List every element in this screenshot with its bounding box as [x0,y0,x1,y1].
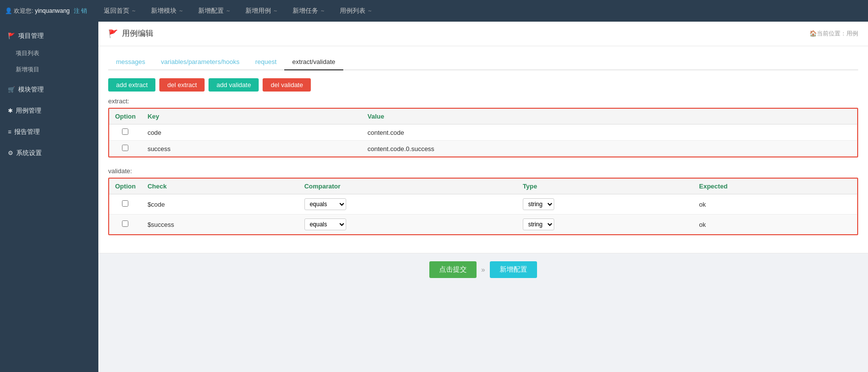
arrow-separator: » [481,266,485,274]
validate-row1-check: $code [142,194,299,215]
action-buttons: add extract del extract add validate del… [108,78,858,92]
sidebar-group-report: ≡ 报告管理 [0,123,98,141]
add-validate-button[interactable]: add validate [209,78,259,92]
sidebar-group-settings: ⚙ 系统设置 [0,144,98,162]
sidebar: 🚩 项目管理 项目列表 新增项目 🛒 模块管理 ✱ 用例管理 ≡ 报告管理 [0,22,98,372]
list-icon: ≡ [8,128,11,135]
page-flag-icon: 🚩 [108,29,118,38]
validate-row1-expected: ok [693,194,857,215]
sidebar-group-project: 🚩 项目管理 项目列表 新增项目 [0,27,98,78]
sidebar-group-label: 用例管理 [16,106,41,115]
table-row: $success equals contains startswith [109,215,857,235]
validate-row2-check: $success [142,215,299,235]
sidebar-group-label: 项目管理 [18,31,44,40]
sidebar-item-project-management[interactable]: 🚩 项目管理 [0,27,98,45]
validate-row2-comparator-select[interactable]: equals contains startswith [304,218,346,230]
chevron-icon: ～ [367,7,372,14]
tab-request[interactable]: request [247,54,284,70]
sidebar-item-system-settings[interactable]: ⚙ 系统设置 [0,144,98,162]
extract-row2-checkbox-cell [109,141,142,157]
extract-row1-key: code [142,124,361,141]
validate-row2-comparator-cell: equals contains startswith [299,215,517,235]
validate-row1-checkbox-cell [109,194,142,215]
extract-col-value: Value [361,109,857,124]
extract-table: Option Key Value code conte [109,109,857,156]
validate-section-label: validate: [108,167,858,175]
validate-table-container: Option Check Comparator Type Expected [108,178,858,235]
sidebar-item-report-management[interactable]: ≡ 报告管理 [0,123,98,141]
nav-add-module[interactable]: 新增模块 ～ [144,3,190,18]
sidebar-group-label: 报告管理 [14,127,40,136]
extract-row1-checkbox[interactable] [122,128,128,135]
submit-button[interactable]: 点击提交 [429,261,477,278]
sidebar-item-case-management[interactable]: ✱ 用例管理 [0,101,98,120]
bottom-bar: 点击提交 » 新增配置 [98,253,868,286]
validate-table: Option Check Comparator Type Expected [109,179,857,234]
sidebar-item-project-list[interactable]: 项目列表 [0,45,98,62]
nav-add-case[interactable]: 新增用例 ～ [239,3,285,18]
validate-row1-comparator-select[interactable]: equals contains startswith [304,198,346,210]
sidebar-group-module: 🛒 模块管理 [0,80,98,99]
nav-add-config[interactable]: 新增配置 ～ [191,3,238,18]
extract-section-label: extract: [108,97,858,105]
validate-row2-type-select[interactable]: string int float [523,218,554,230]
del-validate-button[interactable]: del validate [263,78,311,92]
extract-table-container: Option Key Value code conte [108,108,858,157]
extract-col-key: Key [142,109,361,124]
gear-icon: ⚙ [8,150,13,156]
chevron-icon: ～ [273,7,278,14]
tab-messages[interactable]: messages [108,54,153,70]
nav-add-task[interactable]: 新增任务 ～ [286,3,332,18]
tab-variables[interactable]: variables/parameters/hooks [153,54,247,70]
extract-row1-value: content.code [361,124,857,141]
flag-icon: 🚩 [8,32,15,39]
chevron-icon: ～ [226,7,231,14]
page-title-text: 用例编辑 [122,29,153,39]
tab-bar: messages variables/parameters/hooks requ… [108,54,858,70]
del-extract-button[interactable]: del extract [159,78,205,92]
logout-button[interactable]: 注 销 [74,7,87,15]
top-nav: 返回首页 ～ 新增模块 ～ 新增配置 ～ 新增用例 ～ 新增任务 ～ 用例列表 … [97,3,379,18]
star-icon: ✱ [8,107,13,114]
extract-row2-checkbox[interactable] [122,145,128,151]
content-wrapper: messages variables/parameters/hooks requ… [98,46,868,253]
validate-col-type: Type [517,179,693,194]
validate-col-option: Option [109,179,142,194]
validate-col-check: Check [142,179,299,194]
validate-row1-type-select[interactable]: string int float [523,198,554,210]
username: yinquanwang [35,7,70,14]
validate-row1-comparator-cell: equals contains startswith [299,194,517,215]
sidebar-group-label: 模块管理 [18,85,44,94]
chevron-icon: ～ [131,7,136,14]
nav-home[interactable]: 返回首页 ～ [97,3,143,18]
breadcrumb: 🏠当前位置：用例 [809,30,858,38]
breadcrumb-text: 🏠当前位置：用例 [809,30,858,37]
page-header: 🚩 用例编辑 🏠当前位置：用例 [98,22,868,46]
nav-case-list[interactable]: 用例列表 ～ [333,3,379,18]
validate-row1-type-cell: string int float [517,194,693,215]
extract-col-option: Option [109,109,142,124]
content-area: 🚩 用例编辑 🏠当前位置：用例 messages variables/param… [98,22,868,372]
new-config-button[interactable]: 新增配置 [490,261,537,278]
welcome-label: 欢迎您: [14,7,33,14]
validate-row2-expected: ok [693,215,857,235]
sidebar-item-module-management[interactable]: 🛒 模块管理 [0,80,98,99]
table-row: code content.code [109,124,857,141]
tab-extract-validate[interactable]: extract/validate [284,54,343,70]
cart-icon: 🛒 [8,86,15,93]
welcome-text: 👤 欢迎您: yinquanwang [5,7,70,15]
chevron-icon: ～ [320,7,325,14]
sidebar-item-add-project[interactable]: 新增项目 [0,62,98,78]
main-layout: 🚩 项目管理 项目列表 新增项目 🛒 模块管理 ✱ 用例管理 ≡ 报告管理 [0,22,868,372]
table-row: success content.code.0.success [109,141,857,157]
validate-col-comparator: Comparator [299,179,517,194]
page-title: 🚩 用例编辑 [108,29,153,39]
extract-row2-value: content.code.0.success [361,141,857,157]
sidebar-group-label: 系统设置 [16,149,42,157]
add-extract-button[interactable]: add extract [108,78,155,92]
validate-col-expected: Expected [693,179,857,194]
validate-row1-checkbox[interactable] [122,200,128,207]
table-row: $code equals contains startswith [109,194,857,215]
validate-row2-checkbox[interactable] [122,220,128,227]
sidebar-group-case: ✱ 用例管理 [0,101,98,120]
